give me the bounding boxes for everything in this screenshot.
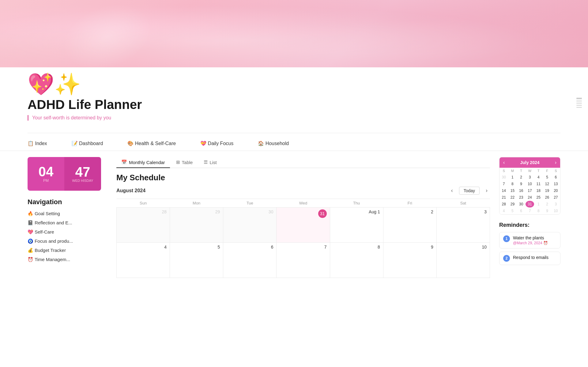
day-cell[interactable]: 7 (277, 243, 330, 278)
day-cell[interactable]: 30 (223, 208, 277, 243)
mini-day-cell[interactable]: 5 (508, 208, 517, 214)
mini-day-cell[interactable]: 13 (552, 181, 560, 187)
reflection-icon: 📓 (28, 220, 33, 225)
mini-today-cell[interactable]: 31 (526, 201, 534, 208)
mini-day-cell[interactable]: 27 (552, 194, 560, 201)
day-cell[interactable]: 9 (383, 243, 436, 278)
mini-day-cell[interactable]: 28 (499, 201, 508, 208)
nav-item-reflection[interactable]: 📓 Reflection and E... (28, 220, 107, 226)
mini-day-cell[interactable]: 4 (534, 174, 543, 181)
table-row: 28 29 30 31 Aug 1 2 3 (117, 208, 490, 243)
mini-day-cell[interactable]: 14 (499, 187, 508, 194)
day-header-mon: Mon (170, 199, 223, 208)
calendar-tab-icon: 📅 (121, 159, 127, 165)
calendar-grid: Sun Mon Tue Wed Thu Fri Sat 28 29 30 31 (116, 199, 490, 278)
mini-day-cell[interactable]: 16 (517, 187, 526, 194)
mini-cal-next-button[interactable]: › (555, 160, 556, 165)
mini-day-cell[interactable]: 6 (552, 174, 560, 181)
mini-day-cell[interactable]: 4 (499, 208, 508, 214)
tab-table[interactable]: ⊞ Table (171, 157, 198, 168)
mini-day-cell[interactable]: 30 (499, 174, 508, 181)
mini-day-cell[interactable]: 24 (526, 194, 534, 201)
table-tab-label: Table (182, 160, 193, 165)
mini-day-cell[interactable]: 30 (517, 201, 526, 208)
mini-calendar: ‹ July 2024 › S M T W T F S (499, 157, 560, 215)
mini-day-w: W (526, 168, 534, 174)
nav-item-focus[interactable]: 🧿 Focus and produ... (28, 238, 107, 244)
mini-day-cell[interactable]: 26 (543, 194, 551, 201)
reminders-label: Reminders: (499, 222, 560, 228)
mini-day-cell[interactable]: 7 (526, 208, 534, 214)
scroll-line (576, 105, 582, 106)
banner (0, 0, 588, 67)
mini-day-cell[interactable]: 29 (508, 201, 517, 208)
mini-day-cell[interactable]: 5 (543, 174, 551, 181)
mini-day-cell[interactable]: 10 (552, 208, 560, 214)
day-cell-today[interactable]: 31 (277, 208, 330, 243)
mini-day-cell[interactable]: 19 (543, 187, 551, 194)
mini-day-cell[interactable]: 10 (526, 181, 534, 187)
mini-day-cell[interactable]: 15 (508, 187, 517, 194)
day-header-fri: Fri (383, 199, 436, 208)
mini-day-cell[interactable]: 9 (517, 181, 526, 187)
nav-item-index[interactable]: 📋 Index (28, 140, 47, 146)
day-cell[interactable]: 2 (383, 208, 436, 243)
day-cell[interactable]: 10 (436, 243, 490, 278)
mini-day-cell[interactable]: 17 (526, 187, 534, 194)
mini-day-cell[interactable]: 6 (517, 208, 526, 214)
nav-item-time[interactable]: ⏰ Time Managem... (28, 257, 107, 262)
day-cell[interactable]: 8 (330, 243, 383, 278)
nav-item-dashboard[interactable]: 📝 Dashboard (72, 140, 103, 146)
mini-day-cell[interactable]: 7 (499, 181, 508, 187)
reminder-2-text: Respond to emails (513, 255, 548, 260)
mini-day-cell[interactable]: 18 (534, 187, 543, 194)
reminder-1-date: @March 29, 2024 ⏰ (513, 241, 548, 245)
calendar-prev-button[interactable]: ‹ (449, 186, 455, 195)
mini-day-m: M (508, 168, 517, 174)
mini-day-cell[interactable]: 3 (552, 201, 560, 208)
reminder-num-1: 1 (503, 235, 510, 242)
mini-day-cell[interactable]: 1 (508, 174, 517, 181)
mini-cal-row: 14 15 16 17 18 19 20 (499, 187, 560, 194)
mini-day-cell[interactable]: 23 (517, 194, 526, 201)
day-cell[interactable]: 28 (117, 208, 170, 243)
tab-list[interactable]: ☰ List (199, 157, 221, 168)
calendar-navigation: ‹ Today › (449, 186, 490, 195)
mini-day-cell[interactable]: 1 (534, 201, 543, 208)
nav-item-daily-focus[interactable]: 💝 Daily Focus (200, 140, 233, 146)
mini-day-cell[interactable]: 21 (499, 194, 508, 201)
mini-day-cell[interactable]: 2 (517, 174, 526, 181)
budget-icon: 💰 (28, 248, 33, 253)
mini-day-cell[interactable]: 20 (552, 187, 560, 194)
calendar-today-button[interactable]: Today (459, 187, 480, 195)
mini-day-cell[interactable]: 11 (534, 181, 543, 187)
nav-item-self-care[interactable]: 💖 Self-Care (28, 229, 107, 235)
clock-day: WED HISDAY (72, 179, 93, 182)
day-cell[interactable]: Aug 1 (330, 208, 383, 243)
day-cell[interactable]: 3 (436, 208, 490, 243)
mini-day-cell[interactable]: 22 (508, 194, 517, 201)
mini-cal-prev-button[interactable]: ‹ (503, 160, 505, 165)
day-cell[interactable]: 29 (170, 208, 223, 243)
calendar-month: August 2024 (116, 188, 145, 193)
nav-item-goal-setting[interactable]: 🔥 Goal Setting (28, 211, 107, 216)
day-cell[interactable]: 6 (223, 243, 277, 278)
mini-day-cell[interactable]: 8 (508, 181, 517, 187)
mini-day-cell[interactable]: 8 (534, 208, 543, 214)
mini-day-cell[interactable]: 9 (543, 208, 551, 214)
mini-day-cell[interactable]: 12 (543, 181, 551, 187)
tab-monthly-calendar[interactable]: 📅 Monthly Calendar (116, 157, 170, 168)
nav-item-budget[interactable]: 💰 Budget Tracker (28, 248, 107, 253)
calendar-tab-label: Monthly Calendar (129, 160, 165, 165)
mini-day-cell[interactable]: 3 (526, 174, 534, 181)
day-cell[interactable]: 4 (117, 243, 170, 278)
mini-day-cell[interactable]: 25 (534, 194, 543, 201)
nav-item-health[interactable]: 🎨 Health & Self-Care (127, 140, 176, 146)
calendar-next-button[interactable]: › (483, 186, 490, 195)
mini-day-cell[interactable]: 2 (543, 201, 551, 208)
self-care-label: Self-Care (35, 229, 54, 234)
right-sidebar: ‹ July 2024 › S M T W T F S (499, 157, 560, 268)
mini-cal-row: 7 8 9 10 11 12 13 (499, 181, 560, 187)
day-cell[interactable]: 5 (170, 243, 223, 278)
nav-item-household[interactable]: 🏠 Household (258, 140, 289, 146)
